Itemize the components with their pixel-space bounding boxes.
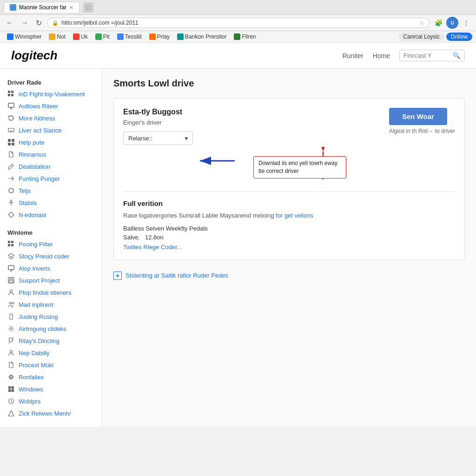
sidebar-item-w5[interactable]: Mad inplirent xyxy=(0,298,102,311)
sidebar-item-3[interactable]: Liver act Siance xyxy=(0,124,102,136)
monitor-icon xyxy=(7,102,15,110)
search-input[interactable] xyxy=(403,52,450,59)
bookmark-canrcal[interactable]: Canrcal Loysic xyxy=(398,33,444,41)
user-avatar-button[interactable]: U xyxy=(446,17,458,29)
bookmark-label-prlay: Prlay xyxy=(157,33,170,40)
send-woar-button[interactable]: Sen Woar xyxy=(389,108,447,125)
new-tab-button[interactable]: □ xyxy=(83,2,93,13)
sidebar-label-w5: Mad inplirent xyxy=(19,301,53,308)
sidebar-item-w10[interactable]: Procest Mükl xyxy=(0,359,102,371)
svg-rect-16 xyxy=(12,143,14,145)
svg-rect-41 xyxy=(8,386,11,389)
main-content: Smorts Lowl drive Esta-tly Buggost Einge… xyxy=(102,69,476,427)
menu-button[interactable]: ⋮ xyxy=(460,17,472,29)
browser-tab[interactable]: Maonie Sourcer far ✕ xyxy=(4,2,79,13)
triangle-icon xyxy=(7,410,15,417)
sidebar-item-w8[interactable]: Rilay's Dincling xyxy=(0,335,102,347)
bookmark-label-pit: Pit xyxy=(103,33,110,40)
refresh-button[interactable]: ↻ xyxy=(33,18,44,28)
nav-link-runiter[interactable]: Runiter xyxy=(343,52,364,60)
collapsible-row[interactable]: + Ststenting ar Saitik rafior Ruder Pede… xyxy=(113,268,465,284)
svg-rect-4 xyxy=(8,103,14,107)
windows-icon xyxy=(7,385,15,393)
svg-rect-42 xyxy=(12,386,14,389)
sidebar-item-6[interactable]: Dealistation xyxy=(0,160,102,172)
bookmark-bankon[interactable]: Bankon Prersitor xyxy=(174,33,230,41)
card-esta-tly: Esta-tly Buggost Einger's driver Relarse… xyxy=(113,98,465,260)
driver-dropdown[interactable]: Relarse:: xyxy=(123,132,193,145)
sidebar-item-w2[interactable]: Alop inverts xyxy=(0,262,102,274)
dropdown-wrapper: Relarse:: ▼ xyxy=(123,132,193,145)
sidebar-item-w9[interactable]: Nep Dabilly xyxy=(0,347,102,359)
sidebar-item-0[interactable]: inD Fight·top·Voakement xyxy=(0,88,102,100)
forward-button[interactable]: → xyxy=(19,18,31,28)
content-wrapper: Driver Rade inD Fight·top·Voakement Avil… xyxy=(0,69,476,427)
diamond-icon xyxy=(7,211,15,218)
bookmark-tessliit[interactable]: Tessliit xyxy=(114,33,145,41)
bookmark-not[interactable]: Not xyxy=(46,33,69,41)
nav-link-home[interactable]: Home xyxy=(373,52,390,60)
sidebar-label-w7: Airtmgung clideks xyxy=(19,325,66,332)
svg-rect-31 xyxy=(9,280,13,283)
bookmark-uk[interactable]: Uk xyxy=(70,33,91,41)
svg-rect-24 xyxy=(8,244,10,246)
bookmark-prlay[interactable]: Prlay xyxy=(146,33,173,41)
full-version-desc-link[interactable]: for get velions xyxy=(276,212,313,219)
sidebar-label-w9: Nep Dabilly xyxy=(19,350,49,357)
grid3-icon xyxy=(7,240,15,248)
bookmark-star-icon[interactable]: ☆ xyxy=(419,20,424,26)
sidebar-item-w1[interactable]: Stoçy Presid coder xyxy=(0,250,102,262)
address-bar[interactable]: 🔒 hitto:om//jelbol.com =/joul.2011 ☆ xyxy=(47,18,430,28)
users-icon xyxy=(7,301,15,308)
sidebar-item-w0[interactable]: Pooing Pilter xyxy=(0,238,102,250)
sidebar-item-w4[interactable]: Ptop findial stieners xyxy=(0,286,102,298)
sidebar-item-w11[interactable]: Ronfailes xyxy=(0,371,102,383)
bookmark-label-fllren: Fllren xyxy=(242,33,256,40)
back-button[interactable]: ← xyxy=(4,18,16,28)
sidebar-item-5[interactable]: Rinnarous xyxy=(0,148,102,160)
bookmark-pit[interactable]: Pit xyxy=(92,33,113,41)
sidebar-item-w13[interactable]: Woldprs xyxy=(0,395,102,407)
bookmark-driilew[interactable]: Driilew xyxy=(446,33,472,41)
svg-rect-44 xyxy=(12,390,14,392)
svg-rect-30 xyxy=(10,278,13,279)
svg-point-18 xyxy=(11,200,12,202)
bookmark-label-winnspher: Winnspher xyxy=(15,33,41,40)
sidebar-item-w12[interactable]: Windows xyxy=(0,383,102,395)
sidebar-item-7[interactable]: Funting Punger xyxy=(0,172,102,185)
person-icon xyxy=(7,289,15,296)
bookmark-winnspher[interactable]: Winnspher xyxy=(4,33,45,41)
search-button[interactable]: 🔍 xyxy=(453,52,461,59)
settings-icon xyxy=(7,325,15,332)
sidebar-label-3: Liver act Siance xyxy=(19,127,62,134)
header-search[interactable]: 🔍 xyxy=(399,50,465,61)
sidebar-label-w11: Ronfailes xyxy=(19,374,44,381)
sidebar-item-8[interactable]: Teljs xyxy=(0,185,102,197)
anchor-icon xyxy=(7,199,15,206)
sidebar-item-10[interactable]: N·edonast xyxy=(0,209,102,221)
sidebar-item-1[interactable]: Avillows Riteer xyxy=(0,100,102,112)
collapsible-expand-icon[interactable]: + xyxy=(113,271,122,280)
bookmark-fllren[interactable]: Fllren xyxy=(231,33,259,41)
sidebar-label-w12: Windows xyxy=(19,386,43,393)
extensions-button[interactable]: 🧩 xyxy=(432,17,444,29)
sidebar-item-4[interactable]: Help pute xyxy=(0,136,102,148)
sidebar-item-2[interactable]: More Aldness xyxy=(0,112,102,124)
card-subtitle: Einger's driver xyxy=(123,119,380,126)
file-icon xyxy=(7,151,15,158)
svg-point-32 xyxy=(10,290,13,292)
sidebar-item-w6[interactable]: Jusling Rusing xyxy=(0,311,102,323)
sidebar-item-w14[interactable]: Zick Relwwo Menh/ xyxy=(0,407,102,419)
version-row1: Ballless Selven Weekfty Pedals xyxy=(123,225,455,232)
release-notes-link[interactable]: Twiltes Rlege Coder... xyxy=(123,244,182,251)
card-divider xyxy=(123,192,455,192)
tab-close-button[interactable]: ✕ xyxy=(69,5,73,11)
bookmark-icon-bankon xyxy=(177,33,184,40)
sidebar-item-w7[interactable]: Airtmgung clideks xyxy=(0,323,102,335)
card-top-row: Esta-tly Buggost Einger's driver Relarse… xyxy=(123,108,455,145)
full-version-title: Full verition xyxy=(123,199,455,207)
release-notes-row: Twiltes Rlege Coder... xyxy=(123,244,455,251)
sidebar-item-9[interactable]: Stalols xyxy=(0,197,102,209)
sidebar-item-w3[interactable]: Susport Project xyxy=(0,274,102,286)
full-version-desc: Rase logatvergories Sunsrall Lablie Mays… xyxy=(123,211,455,220)
